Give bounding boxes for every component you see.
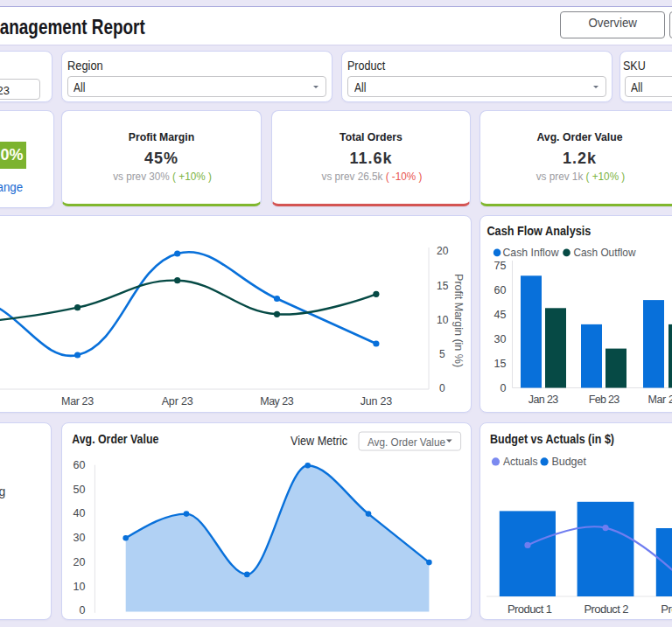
svg-text:Avg. Order Value: Avg. Order Value bbox=[368, 435, 445, 449]
svg-text:Cash Flow Analysis: Cash Flow Analysis bbox=[486, 223, 591, 238]
svg-text:Budget: Budget bbox=[551, 455, 586, 468]
svg-text:10: 10 bbox=[437, 314, 449, 326]
svg-text:45: 45 bbox=[494, 309, 507, 321]
svg-text:30: 30 bbox=[494, 333, 507, 345]
svg-text:0: 0 bbox=[80, 604, 86, 617]
svg-text:Product 2: Product 2 bbox=[584, 603, 629, 616]
svg-text:10: 10 bbox=[74, 581, 86, 593]
svg-text:Cash Inflow: Cash Inflow bbox=[503, 246, 560, 259]
svg-text:Apr 23: Apr 23 bbox=[162, 395, 193, 408]
svg-text:75: 75 bbox=[494, 260, 507, 272]
svg-text:Cash Outflow: Cash Outflow bbox=[574, 246, 637, 259]
svg-text:May 23: May 23 bbox=[260, 395, 294, 408]
svg-text:20: 20 bbox=[74, 556, 86, 568]
svg-text:5: 5 bbox=[439, 348, 445, 360]
svg-text:Product 1: Product 1 bbox=[508, 603, 552, 616]
svg-text:Budget vs Actuals (in $): Budget vs Actuals (in $) bbox=[490, 431, 614, 446]
svg-text:50: 50 bbox=[74, 484, 86, 496]
svg-text:15: 15 bbox=[494, 358, 507, 370]
svg-text:Mar 23: Mar 23 bbox=[61, 395, 94, 408]
svg-text:Jan 23: Jan 23 bbox=[528, 394, 559, 406]
svg-text:Feb 23: Feb 23 bbox=[589, 394, 620, 406]
svg-text:60: 60 bbox=[74, 459, 86, 471]
svg-text:15: 15 bbox=[437, 280, 449, 292]
svg-text:0: 0 bbox=[500, 382, 507, 394]
svg-text:Profit Margin (in %): Profit Margin (in %) bbox=[452, 274, 465, 367]
svg-text:View Metric: View Metric bbox=[290, 434, 347, 448]
svg-text:20: 20 bbox=[437, 245, 449, 257]
svg-text:Jun 23: Jun 23 bbox=[360, 395, 393, 408]
svg-text:0: 0 bbox=[439, 382, 445, 394]
svg-text:Mar 23: Mar 23 bbox=[648, 394, 672, 406]
svg-text:40: 40 bbox=[74, 507, 86, 519]
svg-text:Actuals: Actuals bbox=[503, 455, 538, 468]
svg-text:30: 30 bbox=[74, 532, 86, 544]
svg-text:Avg. Order Value: Avg. Order Value bbox=[72, 431, 158, 446]
svg-text:60: 60 bbox=[494, 284, 507, 296]
svg-text:Product 3: Product 3 bbox=[661, 603, 672, 616]
